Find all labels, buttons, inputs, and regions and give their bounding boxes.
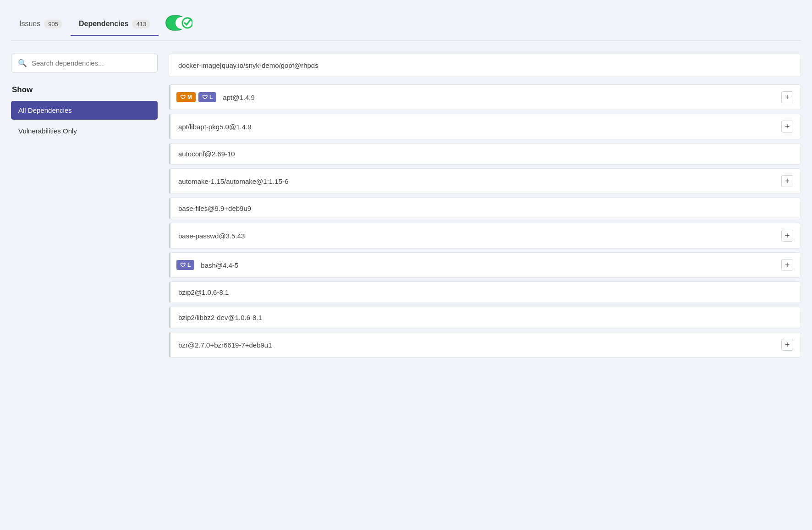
dep-left-bar — [169, 114, 170, 139]
expand-btn-apt[interactable]: + — [781, 91, 793, 103]
dep-item-base-passwd: base-passwd@3.5.43 + — [169, 223, 801, 248]
filter-vulnerabilities-only[interactable]: Vulnerabilities Only — [11, 121, 158, 140]
dep-name-apt: apt@1.4.9 — [221, 94, 777, 101]
dep-badges-bash: 🛡 L — [176, 260, 194, 270]
badge-medium-apt: 🛡 M — [176, 92, 196, 102]
badge-bash-l-label: L — [187, 262, 191, 268]
main-layout: 🔍 Show All Dependencies Vulnerabilities … — [11, 54, 801, 361]
search-icon: 🔍 — [18, 59, 27, 67]
root-package: docker-image|quay.io/snyk-demo/goof@rhpd… — [169, 54, 801, 77]
dep-left-bar — [169, 169, 170, 193]
dep-name-bzr: bzr@2.7.0+bzr6619-7+deb9u1 — [176, 341, 777, 349]
toggle-check-icon[interactable] — [165, 9, 192, 37]
tab-dependencies[interactable]: Dependencies 413 — [71, 14, 159, 36]
tabs-row: Issues 905 Dependencies 413 — [11, 9, 801, 41]
expand-btn-base-passwd[interactable]: + — [781, 230, 793, 242]
shield-icon-l: 🛡 — [202, 94, 208, 100]
dep-item-bash: 🛡 L bash@4.4-5 + — [169, 252, 801, 278]
content-area: docker-image|quay.io/snyk-demo/goof@rhpd… — [169, 54, 801, 361]
dep-left-bar — [169, 144, 170, 164]
dep-left-bar — [169, 282, 170, 303]
tab-issues-label: Issues — [19, 20, 40, 28]
dep-item-automake: automake-1.15/automake@1:1.15-6 + — [169, 168, 801, 194]
tab-dependencies-badge: 413 — [132, 20, 150, 28]
dependency-list: 🛡 M 🛡 L apt@1.4.9 + apt/libapt-pkg5.0 — [169, 84, 801, 361]
search-input[interactable] — [32, 59, 151, 67]
expand-btn-automake[interactable]: + — [781, 175, 793, 187]
dep-left-bar — [169, 253, 170, 277]
dep-item-autoconf: autoconf@2.69-10 — [169, 143, 801, 165]
tab-dependencies-label: Dependencies — [79, 20, 128, 28]
dep-item-apt: 🛡 M 🛡 L apt@1.4.9 + — [169, 84, 801, 110]
expand-btn-bzr[interactable]: + — [781, 339, 793, 351]
dep-name-autoconf: autoconf@2.69-10 — [176, 150, 793, 158]
tab-issues[interactable]: Issues 905 — [11, 14, 71, 36]
dep-name-bash: bash@4.4-5 — [199, 261, 777, 269]
search-box[interactable]: 🔍 — [11, 54, 158, 72]
dep-name-bzip2: bzip2@1.0.6-8.1 — [176, 288, 793, 296]
shield-icon-bash-l: 🛡 — [180, 262, 186, 268]
shield-icon-m: 🛡 — [180, 94, 186, 100]
dep-left-bar — [169, 223, 170, 248]
dep-name-automake: automake-1.15/automake@1:1.15-6 — [176, 177, 777, 185]
dep-name-libapt: apt/libapt-pkg5.0@1.4.9 — [176, 123, 777, 131]
dep-item-libapt: apt/libapt-pkg5.0@1.4.9 + — [169, 114, 801, 139]
sidebar: 🔍 Show All Dependencies Vulnerabilities … — [11, 54, 158, 142]
badge-m-label: M — [187, 94, 192, 100]
dep-item-bzip2: bzip2@1.0.6-8.1 — [169, 282, 801, 303]
app-container: Issues 905 Dependencies 413 — [0, 0, 812, 530]
dep-name-base-passwd: base-passwd@3.5.43 — [176, 232, 777, 240]
badge-low-apt: 🛡 L — [198, 92, 216, 102]
dep-name-libbz2-dev: bzip2/libbz2-dev@1.0.6-8.1 — [176, 314, 793, 321]
dep-left-bar — [169, 198, 170, 219]
dep-badges-apt: 🛡 M 🛡 L — [176, 92, 216, 102]
tab-issues-badge: 905 — [44, 20, 62, 28]
show-label: Show — [11, 85, 158, 94]
dep-left-bar — [169, 307, 170, 328]
dep-item-bzr: bzr@2.7.0+bzr6619-7+deb9u1 + — [169, 332, 801, 358]
expand-btn-bash[interactable]: + — [781, 259, 793, 271]
dep-name-base-files: base-files@9.9+deb9u9 — [176, 204, 793, 212]
dep-item-base-files: base-files@9.9+deb9u9 — [169, 198, 801, 219]
filter-all-dependencies[interactable]: All Dependencies — [11, 101, 158, 120]
dep-left-bar — [169, 332, 170, 357]
badge-l-label: L — [209, 94, 213, 100]
dep-item-libbz2-dev: bzip2/libbz2-dev@1.0.6-8.1 — [169, 307, 801, 328]
dep-left-bar — [169, 85, 170, 110]
expand-btn-libapt[interactable]: + — [781, 121, 793, 132]
badge-low-bash: 🛡 L — [176, 260, 194, 270]
